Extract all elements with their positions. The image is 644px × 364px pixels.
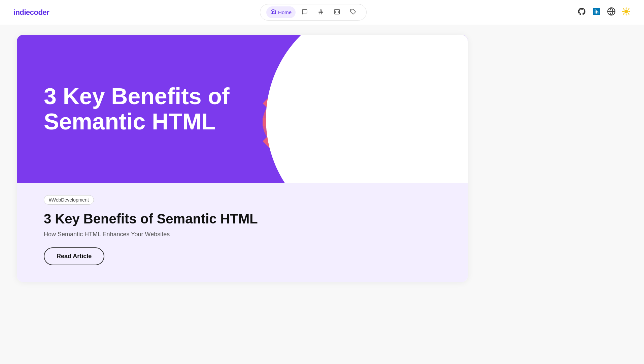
svg-rect-51	[337, 110, 346, 119]
svg-rect-55	[333, 101, 394, 103]
svg-point-32	[280, 113, 299, 132]
nav-code[interactable]	[330, 7, 344, 18]
globe-icon[interactable]	[607, 7, 616, 18]
svg-rect-59	[333, 122, 387, 124]
svg-rect-27	[294, 82, 310, 98]
svg-point-19	[293, 41, 367, 99]
svg-rect-34	[285, 144, 294, 154]
hash-icon	[318, 9, 324, 16]
svg-point-67	[402, 129, 433, 170]
svg-rect-40	[263, 96, 276, 109]
svg-rect-24	[286, 57, 300, 67]
svg-rect-54	[333, 95, 367, 97]
svg-rect-58	[333, 117, 364, 119]
article-title: 3 Key Benefits of Semantic HTML	[44, 211, 441, 227]
svg-rect-53	[333, 89, 380, 91]
nav-chat[interactable]	[298, 7, 312, 18]
svg-rect-46	[335, 123, 342, 128]
linkedin-icon[interactable]	[592, 7, 601, 18]
svg-rect-35	[263, 118, 268, 126]
svg-rect-36	[311, 118, 321, 126]
read-article-button[interactable]: Read Article	[44, 247, 104, 265]
logo[interactable]: indiecoder	[13, 8, 49, 17]
svg-line-18	[628, 8, 629, 9]
code-icon	[334, 9, 340, 16]
svg-rect-49	[337, 132, 346, 141]
svg-rect-33	[285, 90, 294, 101]
svg-point-21	[316, 48, 343, 75]
svg-rect-44	[351, 107, 356, 114]
svg-rect-23	[325, 92, 335, 105]
svg-rect-45	[351, 138, 356, 144]
svg-point-43	[348, 120, 359, 131]
article-card: 3 Key Benefits of Semantic HTML	[17, 35, 468, 282]
article-tag[interactable]: #WebDevelopment	[44, 195, 94, 205]
svg-point-10	[625, 10, 628, 13]
svg-rect-60	[333, 128, 377, 130]
svg-rect-57	[333, 112, 401, 114]
nav-hash[interactable]	[314, 7, 328, 18]
article-info: #WebDevelopment 3 Key Benefits of Semant…	[17, 183, 468, 282]
svg-rect-63	[333, 144, 384, 146]
github-icon[interactable]	[577, 7, 586, 18]
hero-title-line1: 3 Key Benefits of	[44, 83, 230, 109]
home-icon	[270, 8, 276, 16]
header: indiecoder Home	[0, 0, 644, 25]
main-content: 3 Key Benefits of Semantic HTML	[0, 25, 644, 292]
svg-rect-72	[419, 166, 426, 183]
hero-illustration: HTML5	[263, 41, 451, 183]
nav-home[interactable]: Home	[266, 6, 296, 18]
hero-title-line2: Semantic HTML	[44, 109, 215, 134]
svg-rect-48	[361, 110, 369, 119]
puzzle-icon	[350, 9, 356, 16]
header-right-icons	[577, 7, 631, 18]
svg-point-7	[595, 9, 596, 10]
svg-point-41	[338, 111, 369, 141]
svg-rect-52	[327, 79, 431, 183]
svg-rect-56	[333, 106, 374, 108]
svg-rect-62	[333, 139, 367, 141]
svg-point-20	[305, 41, 355, 87]
main-nav: Home	[260, 4, 367, 21]
nav-home-label: Home	[278, 9, 292, 15]
svg-point-30	[263, 95, 316, 149]
svg-rect-50	[361, 132, 369, 141]
chat-icon	[302, 9, 308, 16]
svg-rect-61	[333, 133, 394, 135]
svg-point-69	[408, 113, 427, 125]
svg-line-13	[623, 8, 624, 9]
hero-title: 3 Key Benefits of Semantic HTML	[44, 84, 230, 134]
svg-line-3	[321, 9, 322, 14]
svg-rect-25	[360, 57, 374, 67]
svg-rect-38	[263, 135, 276, 149]
article-subtitle: How Semantic HTML Enhances Your Websites	[44, 231, 441, 238]
svg-point-70	[376, 139, 384, 147]
svg-point-68	[407, 116, 428, 136]
svg-line-2	[320, 9, 320, 14]
svg-rect-28	[349, 82, 366, 98]
svg-line-17	[623, 13, 624, 14]
svg-text:HTML5: HTML5	[388, 56, 433, 71]
nav-puzzle[interactable]	[346, 7, 360, 18]
svg-point-31	[271, 104, 308, 141]
svg-rect-37	[303, 96, 316, 109]
svg-rect-64	[333, 149, 397, 151]
svg-rect-65	[380, 52, 441, 75]
svg-point-42	[343, 116, 364, 136]
svg-rect-71	[409, 166, 416, 183]
svg-line-14	[628, 13, 629, 14]
svg-rect-39	[303, 135, 316, 149]
svg-rect-47	[365, 123, 372, 128]
hero-banner: 3 Key Benefits of Semantic HTML	[17, 35, 468, 183]
sun-icon[interactable]	[622, 7, 631, 18]
